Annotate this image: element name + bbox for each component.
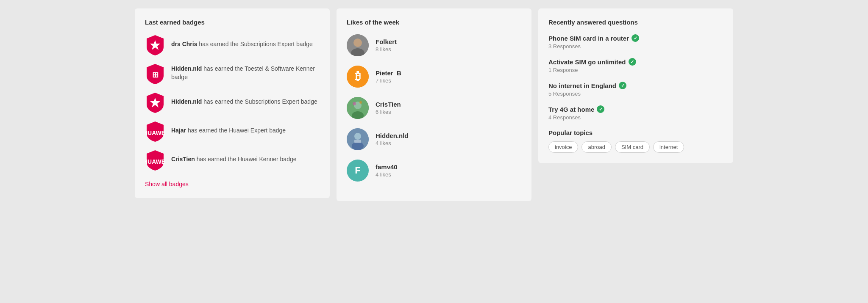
popular-topics-title: Popular topics [548, 129, 723, 136]
badges-panel: Last earned badges drs Chris has earned … [135, 8, 330, 198]
likes-username: Pieter_B [376, 69, 401, 77]
question-title: Try 4G at home [548, 105, 723, 113]
svg-text:⊞: ⊞ [152, 71, 159, 79]
badge-text: Hidden.nld has earned the Subscriptions … [171, 98, 317, 106]
badge-text: drs Chris has earned the Subscriptions E… [171, 40, 313, 49]
question-title: Phone SIM card in a router [548, 34, 723, 42]
topic-tag-abroad[interactable]: abroad [581, 141, 611, 153]
question-item: Activate SIM go unlimited 1 Response [548, 58, 723, 73]
answered-check-icon [597, 105, 604, 113]
avatar-hidden [347, 128, 369, 150]
likes-username: CrisTien [376, 101, 401, 108]
svg-rect-18 [354, 140, 361, 143]
badge-username: Hidden.nld [171, 65, 202, 72]
badge-text: Hidden.nld has earned the Toestel & Soft… [171, 65, 320, 81]
question-item: Phone SIM card in a router 3 Responses [548, 34, 723, 50]
topic-tag-simcard[interactable]: SIM card [615, 141, 650, 153]
question-responses: 3 Responses [548, 43, 723, 50]
badge-username: Hidden.nld [171, 98, 202, 105]
topic-tag-internet[interactable]: internet [653, 141, 684, 153]
badge-item: HUAWEI CrisTien has earned the Huawei Ke… [145, 149, 320, 170]
avatar-cristien [347, 97, 369, 119]
likes-count: 6 likes [376, 109, 401, 115]
likes-user-info: CrisTien 6 likes [376, 101, 401, 115]
avatar-famv40: F [347, 160, 369, 182]
likes-panel: Likes of the week Folkert 8 likes ₿ Piet… [337, 8, 531, 201]
question-title: Activate SIM go unlimited [548, 58, 723, 66]
question-item: Try 4G at home 4 Responses [548, 105, 723, 121]
badge-username: CrisTien [171, 156, 195, 163]
avatar-pieter: ₿ [347, 66, 369, 88]
likes-username: famv40 [376, 163, 398, 171]
question-responses: 1 Response [548, 67, 723, 73]
badge-text: Hajar has earned the Huawei Expert badge [171, 127, 286, 135]
likes-item: Folkert 8 likes [347, 34, 521, 56]
likes-user-info: Folkert 8 likes [376, 38, 397, 52]
answered-check-icon [632, 34, 639, 42]
badge-username: drs Chris [171, 41, 197, 47]
topic-tag-invoice[interactable]: invoice [548, 141, 578, 153]
likes-user-info: Pieter_B 7 likes [376, 69, 401, 84]
svg-text:HUAWEI: HUAWEI [145, 158, 165, 165]
likes-item: CrisTien 6 likes [347, 97, 521, 119]
show-all-badges-link[interactable]: Show all badges [145, 181, 189, 187]
question-item: No internet in England 5 Responses [548, 82, 723, 97]
questions-panel: Recently answered questions Phone SIM ca… [538, 8, 733, 163]
svg-point-13 [353, 102, 356, 105]
likes-username: Hidden.nld [376, 132, 409, 139]
likes-count: 4 likes [376, 140, 409, 146]
topics-container: invoice abroad SIM card internet [548, 141, 723, 153]
badge-icon-star [145, 34, 165, 55]
badge-item: ⊞ Hidden.nld has earned the Toestel & So… [145, 63, 320, 83]
badge-username: Hajar [171, 127, 186, 134]
badge-icon-star2 [145, 92, 165, 112]
svg-point-6 [353, 39, 362, 47]
svg-text:HUAWEI: HUAWEI [145, 129, 165, 136]
likes-item: F famv40 4 likes [347, 160, 521, 182]
badges-title: Last earned badges [145, 19, 320, 26]
badge-icon-puzzle: ⊞ [145, 63, 165, 83]
badge-icon-huawei2: HUAWEI [145, 149, 165, 170]
likes-user-info: Hidden.nld 4 likes [376, 132, 409, 146]
badge-item: HUAWEI Hajar has earned the Huawei Exper… [145, 121, 320, 141]
question-responses: 5 Responses [548, 91, 723, 97]
questions-title: Recently answered questions [548, 19, 723, 26]
badge-item: Hidden.nld has earned the Subscriptions … [145, 92, 320, 112]
svg-text:₿: ₿ [355, 70, 361, 83]
badge-item: drs Chris has earned the Subscriptions E… [145, 34, 320, 55]
likes-count: 7 likes [376, 77, 401, 84]
likes-count: 8 likes [376, 46, 397, 52]
likes-user-info: famv40 4 likes [376, 163, 398, 178]
likes-item: Hidden.nld 4 likes [347, 128, 521, 150]
question-responses: 4 Responses [548, 114, 723, 121]
badge-text: CrisTien has earned the Huawei Kenner ba… [171, 155, 297, 164]
likes-count: 4 likes [376, 171, 398, 178]
answered-check-icon [619, 82, 626, 89]
svg-point-16 [354, 133, 361, 140]
likes-username: Folkert [376, 38, 397, 45]
question-title: No internet in England [548, 82, 723, 89]
likes-title: Likes of the week [347, 19, 521, 26]
avatar-folkert [347, 34, 369, 56]
likes-item: ₿ Pieter_B 7 likes [347, 66, 521, 88]
answered-check-icon [629, 58, 636, 66]
svg-point-14 [359, 101, 362, 104]
badge-icon-huawei: HUAWEI [145, 121, 165, 141]
